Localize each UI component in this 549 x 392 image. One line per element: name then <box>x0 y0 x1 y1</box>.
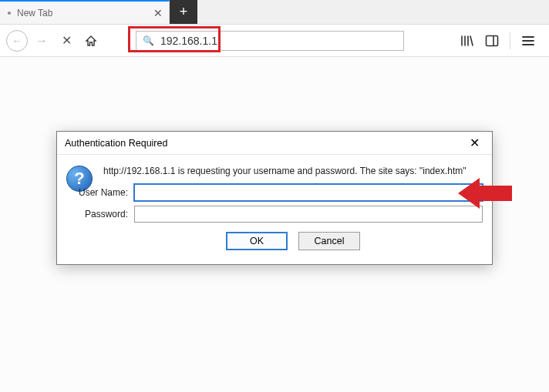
cancel-button[interactable]: Cancel <box>298 232 360 250</box>
address-text: 192.168.1.1 <box>160 35 217 47</box>
ok-button[interactable]: OK <box>226 232 288 250</box>
tab-loading-dot <box>8 12 11 15</box>
username-label: User Name: <box>66 187 128 198</box>
dialog-close-icon[interactable]: ✕ <box>465 134 484 152</box>
tab-close-icon[interactable]: ✕ <box>153 7 163 19</box>
address-bar[interactable]: 🔍 192.168.1.1 <box>136 31 404 51</box>
address-bar-wrap: 🔍 192.168.1.1 <box>136 31 404 51</box>
toolbar-right <box>459 32 543 49</box>
back-button[interactable]: ← <box>6 30 28 52</box>
stop-button[interactable]: ✕ <box>56 30 77 52</box>
username-field[interactable] <box>134 184 483 201</box>
browser-tab[interactable]: New Tab ✕ <box>0 0 170 24</box>
tab-title: New Tab <box>17 8 52 18</box>
tab-strip: New Tab ✕ + <box>0 0 549 25</box>
toolbar-divider <box>510 32 510 49</box>
search-icon: 🔍 <box>143 35 154 46</box>
dialog-buttons: OK Cancel <box>103 232 483 250</box>
dialog-message: http://192.168.1.1 is requesting your us… <box>103 164 483 176</box>
library-icon[interactable] <box>459 32 476 49</box>
auth-dialog: Authentication Required ✕ ? http://192.1… <box>56 131 493 265</box>
menu-icon[interactable] <box>520 32 537 49</box>
dialog-mask: Authentication Required ✕ ? http://192.1… <box>0 58 549 392</box>
dialog-titlebar: Authentication Required ✕ <box>57 132 492 155</box>
forward-button[interactable]: → <box>31 30 52 52</box>
home-icon <box>85 35 97 47</box>
password-field[interactable] <box>134 206 483 223</box>
home-button[interactable] <box>80 30 102 52</box>
dialog-title: Authentication Required <box>65 138 167 149</box>
password-label: Password: <box>66 209 128 219</box>
auth-form: User Name: Password: <box>66 184 483 223</box>
sidebar-icon[interactable] <box>483 32 500 49</box>
nav-toolbar: ← → ✕ 🔍 192.168.1.1 <box>0 25 549 57</box>
svg-rect-0 <box>487 35 498 45</box>
new-tab-button[interactable]: + <box>170 0 197 24</box>
